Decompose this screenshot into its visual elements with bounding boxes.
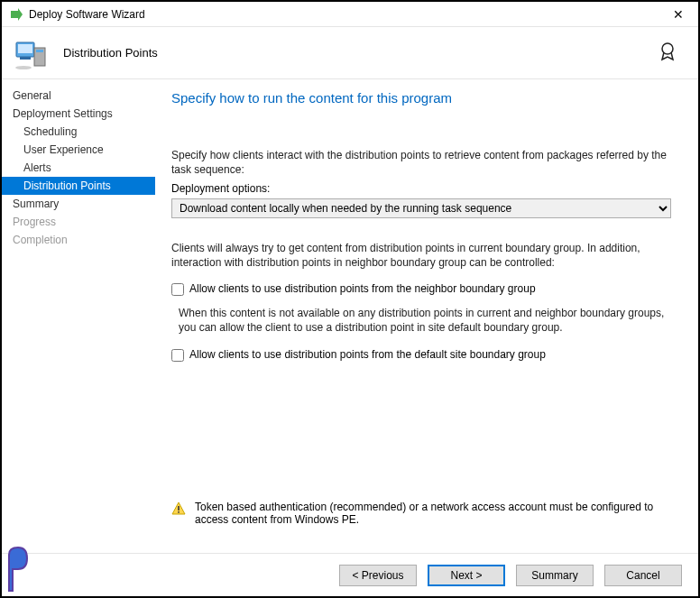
wizard-footer: < Previous Next > Summary Cancel (2, 553, 698, 596)
svg-rect-3 (20, 57, 31, 60)
checkbox-default-input[interactable] (171, 349, 184, 362)
step-title: Distribution Points (63, 46, 158, 60)
svg-marker-0 (11, 8, 23, 21)
sidebar: GeneralDeployment SettingsSchedulingUser… (2, 79, 155, 553)
content-panel: Specify how to run the content for this … (155, 79, 698, 553)
wizard-header: Distribution Points (2, 27, 698, 79)
sidebar-item-completion: Completion (2, 231, 155, 249)
boundary-text: Clients will always try to get content f… (171, 242, 671, 270)
next-button[interactable]: Next > (428, 565, 505, 586)
warning-block: Token based authentication (recommended)… (171, 501, 671, 526)
warning-icon (171, 501, 186, 516)
svg-point-6 (15, 66, 32, 69)
titlebar: Deploy Software Wizard ✕ (2, 2, 698, 27)
checkbox-neighbor-label: Allow clients to use distribution points… (189, 282, 536, 295)
summary-button[interactable]: Summary (516, 565, 594, 586)
svg-rect-2 (18, 44, 32, 53)
deploy-icon (14, 35, 51, 71)
previous-button[interactable]: < Previous (339, 565, 417, 586)
deploy-options-select[interactable]: Download content locally when needed by … (171, 198, 671, 218)
fallback-text: When this content is not available on an… (171, 307, 671, 335)
sidebar-item-progress: Progress (2, 213, 155, 231)
checkbox-default-label: Allow clients to use distribution points… (189, 348, 546, 361)
checkbox-default-group[interactable]: Allow clients to use distribution points… (171, 348, 671, 362)
ribbon-icon (657, 40, 682, 65)
sidebar-item-general[interactable]: General (2, 87, 155, 105)
sidebar-item-user-experience[interactable]: User Experience (2, 141, 155, 159)
intro-text: Specify how clients interact with the di… (171, 149, 671, 177)
checkbox-neighbor-input[interactable] (171, 283, 184, 296)
window-title: Deploy Software Wizard (29, 8, 666, 21)
sidebar-item-distribution-points[interactable]: Distribution Points (2, 177, 155, 195)
warning-text: Token based authentication (recommended)… (195, 501, 671, 526)
deploy-options-label: Deployment options: (171, 182, 671, 195)
checkbox-neighbor-group[interactable]: Allow clients to use distribution points… (171, 282, 671, 296)
sidebar-item-summary[interactable]: Summary (2, 195, 155, 213)
close-button[interactable]: ✕ (666, 7, 691, 22)
cancel-button[interactable]: Cancel (604, 565, 682, 586)
sidebar-item-alerts[interactable]: Alerts (2, 159, 155, 177)
wizard-arrow-icon (9, 7, 23, 22)
svg-rect-5 (36, 50, 43, 52)
svg-rect-9 (178, 506, 180, 511)
svg-rect-10 (178, 511, 180, 513)
sidebar-item-scheduling[interactable]: Scheduling (2, 123, 155, 141)
sidebar-item-deployment-settings[interactable]: Deployment Settings (2, 105, 155, 123)
content-heading: Specify how to run the content for this … (171, 90, 671, 106)
wizard-body: GeneralDeployment SettingsSchedulingUser… (2, 79, 698, 553)
